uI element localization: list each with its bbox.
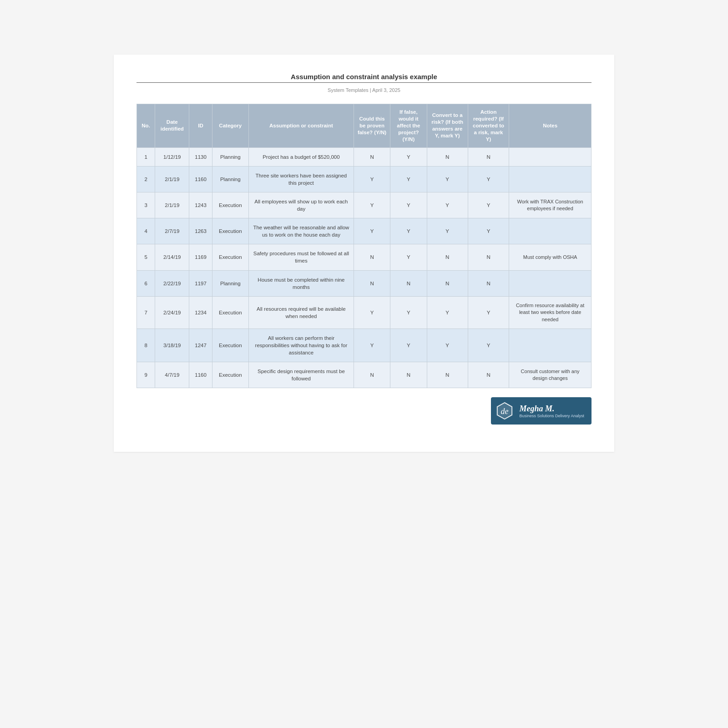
cell-action: Y xyxy=(468,296,509,329)
cell-assumption: The weather will be reasonable and allow… xyxy=(248,218,354,244)
col-header-category: Category xyxy=(212,104,248,148)
table-row: 32/1/191243ExecutionAll employees will s… xyxy=(137,192,592,218)
cell-proven: N xyxy=(354,147,390,166)
cell-no: 8 xyxy=(137,329,155,362)
page-container: Assumption and constraint analysis examp… xyxy=(114,55,614,452)
cell-id: 1234 xyxy=(189,296,212,329)
cell-convert: N xyxy=(427,270,468,296)
cell-affect: N xyxy=(390,270,427,296)
cell-action: N xyxy=(468,270,509,296)
cell-action: Y xyxy=(468,218,509,244)
cell-id: 1130 xyxy=(189,147,212,166)
cell-no: 5 xyxy=(137,244,155,270)
cell-convert: N xyxy=(427,362,468,388)
table-row: 52/14/191169ExecutionSafety procedures m… xyxy=(137,244,592,270)
cell-date: 2/1/19 xyxy=(155,166,189,192)
cell-category: Planning xyxy=(212,270,248,296)
table-header-row: No. Date identified ID Category Assumpti… xyxy=(137,104,592,148)
col-header-assumption: Assumption or constraint xyxy=(248,104,354,148)
col-header-notes: Notes xyxy=(509,104,592,148)
cell-assumption: All workers can perform their responsibi… xyxy=(248,329,354,362)
table-row: 42/7/191263ExecutionThe weather will be … xyxy=(137,218,592,244)
cell-proven: N xyxy=(354,244,390,270)
cell-notes: Consult customer with any design changes xyxy=(509,362,592,388)
cell-action: Y xyxy=(468,329,509,362)
cell-notes xyxy=(509,218,592,244)
cell-date: 3/18/19 xyxy=(155,329,189,362)
watermark-role: Business Solutions Delivery Analyst xyxy=(519,414,584,418)
cell-id: 1169 xyxy=(189,244,212,270)
cell-action: Y xyxy=(468,192,509,218)
svg-text:de: de xyxy=(501,407,509,416)
cell-date: 2/14/19 xyxy=(155,244,189,270)
cell-notes: Work with TRAX Construction employees if… xyxy=(509,192,592,218)
col-header-date: Date identified xyxy=(155,104,189,148)
cell-proven: Y xyxy=(354,166,390,192)
cell-category: Planning xyxy=(212,166,248,192)
table-row: 83/18/191247ExecutionAll workers can per… xyxy=(137,329,592,362)
cell-action: N xyxy=(468,147,509,166)
cell-no: 9 xyxy=(137,362,155,388)
cell-convert: Y xyxy=(427,192,468,218)
cell-affect: Y xyxy=(390,218,427,244)
cell-category: Execution xyxy=(212,329,248,362)
cell-proven: N xyxy=(354,362,390,388)
cell-affect: Y xyxy=(390,244,427,270)
col-header-id: ID xyxy=(189,104,212,148)
watermark-area: de Megha M. Business Solutions Delivery … xyxy=(136,397,592,425)
cell-id: 1243 xyxy=(189,192,212,218)
cell-assumption: Safety procedures must be followed at al… xyxy=(248,244,354,270)
col-header-action: Action required? (If converted to a risk… xyxy=(468,104,509,148)
watermark-name: Megha M. xyxy=(519,404,584,414)
cell-id: 1160 xyxy=(189,166,212,192)
col-header-no: No. xyxy=(137,104,155,148)
cell-assumption: All employees will show up to work each … xyxy=(248,192,354,218)
table-row: 72/24/191234ExecutionAll resources requi… xyxy=(137,296,592,329)
cell-assumption: All resources required will be available… xyxy=(248,296,354,329)
cell-proven: N xyxy=(354,270,390,296)
cell-no: 7 xyxy=(137,296,155,329)
cell-convert: Y xyxy=(427,329,468,362)
cell-proven: Y xyxy=(354,192,390,218)
cell-notes xyxy=(509,147,592,166)
cell-affect: Y xyxy=(390,192,427,218)
cell-action: N xyxy=(468,362,509,388)
cell-assumption: Specific design requirements must be fol… xyxy=(248,362,354,388)
cell-date: 2/24/19 xyxy=(155,296,189,329)
cell-affect: N xyxy=(390,362,427,388)
cell-convert: Y xyxy=(427,166,468,192)
cell-id: 1263 xyxy=(189,218,212,244)
cell-affect: Y xyxy=(390,329,427,362)
table-row: 62/22/191197PlanningHouse must be comple… xyxy=(137,270,592,296)
table-row: 22/1/191160PlanningThree site workers ha… xyxy=(137,166,592,192)
cell-category: Planning xyxy=(212,147,248,166)
cell-date: 2/22/19 xyxy=(155,270,189,296)
cell-convert: N xyxy=(427,147,468,166)
watermark-text: Megha M. Business Solutions Delivery Ana… xyxy=(519,404,584,418)
cell-no: 2 xyxy=(137,166,155,192)
cell-date: 4/7/19 xyxy=(155,362,189,388)
cell-affect: Y xyxy=(390,296,427,329)
cell-date: 2/7/19 xyxy=(155,218,189,244)
cell-no: 3 xyxy=(137,192,155,218)
cell-category: Execution xyxy=(212,244,248,270)
col-header-convert: Convert to a risk? (If both answers are … xyxy=(427,104,468,148)
cell-notes: Must comply with OSHA xyxy=(509,244,592,270)
cell-notes: Confirm resource availability at least t… xyxy=(509,296,592,329)
watermark-box: de Megha M. Business Solutions Delivery … xyxy=(491,397,592,425)
cell-date: 2/1/19 xyxy=(155,192,189,218)
cell-affect: Y xyxy=(390,166,427,192)
cell-assumption: Project has a budget of $520,000 xyxy=(248,147,354,166)
col-header-affect: If false, would it affect the project? (… xyxy=(390,104,427,148)
cell-id: 1160 xyxy=(189,362,212,388)
cell-convert: Y xyxy=(427,218,468,244)
cell-no: 4 xyxy=(137,218,155,244)
cell-id: 1197 xyxy=(189,270,212,296)
cell-id: 1247 xyxy=(189,329,212,362)
cell-convert: N xyxy=(427,244,468,270)
page-subtitle: System Templates | April 3, 2025 xyxy=(136,87,592,93)
cell-convert: Y xyxy=(427,296,468,329)
watermark-hex-icon: de xyxy=(495,401,515,421)
cell-no: 1 xyxy=(137,147,155,166)
cell-affect: Y xyxy=(390,147,427,166)
